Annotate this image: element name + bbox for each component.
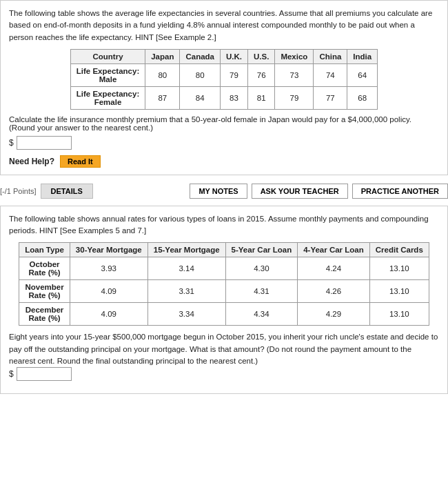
table-cell: 3.14 <box>147 257 225 280</box>
row-label: OctoberRate (%) <box>19 257 70 280</box>
table-cell: 73 <box>275 63 314 86</box>
table-cell: 87 <box>145 86 180 109</box>
col-china: China <box>314 49 347 63</box>
col-header: 30-Year Mortgage <box>70 243 147 257</box>
table-cell: 79 <box>275 86 314 109</box>
table-cell: 80 <box>180 63 221 86</box>
table-cell: 4.26 <box>298 280 370 303</box>
table-cell: 3.34 <box>147 303 225 326</box>
section2-intro: The following table shows annual rates f… <box>9 213 439 237</box>
life-expectancy-table: Country Japan Canada U.K. U.S. Mexico Ch… <box>70 49 378 110</box>
col-header: 4-Year Car Loan <box>298 243 370 257</box>
row-label: Life Expectancy:Male <box>70 63 145 86</box>
section-1: The following table shows the average li… <box>0 0 448 175</box>
table-cell: 64 <box>347 63 378 86</box>
table-cell: 4.09 <box>70 303 147 326</box>
section2-answer-input[interactable] <box>17 367 72 381</box>
table-cell: 4.24 <box>298 257 370 280</box>
table-row: Life Expectancy:Female87848381797768 <box>70 86 377 109</box>
table-row: NovemberRate (%)4.093.314.314.2613.10 <box>19 280 429 303</box>
table-cell: 13.10 <box>369 280 429 303</box>
col-header: Loan Type <box>19 243 70 257</box>
table-cell: 68 <box>347 86 378 109</box>
section1-answer-row: $ <box>9 136 439 150</box>
table-cell: 81 <box>248 86 275 109</box>
table-cell: 77 <box>314 86 347 109</box>
section2-question: Eight years into your 15-year $500,000 m… <box>9 331 439 367</box>
points-label: [-/1 Points] <box>0 187 37 195</box>
table-cell: 4.09 <box>70 280 147 303</box>
ask-teacher-button[interactable]: ASK YOUR TEACHER <box>252 184 348 199</box>
toolbar: [-/1 Points] DETAILS MY NOTES ASK YOUR T… <box>0 179 448 203</box>
col-uk: U.K. <box>221 49 248 63</box>
section1-dollar-sign: $ <box>9 138 14 148</box>
col-country: Country <box>70 49 145 63</box>
table-cell: 13.10 <box>369 257 429 280</box>
table-cell: 13.10 <box>369 303 429 326</box>
col-us: U.S. <box>248 49 275 63</box>
section1-question: Calculate the life insurance monthly pre… <box>9 115 439 132</box>
details-button[interactable]: DETAILS <box>41 184 93 199</box>
table-cell: 76 <box>248 63 275 86</box>
table-cell: 84 <box>180 86 221 109</box>
table-cell: 74 <box>314 63 347 86</box>
col-header: Credit Cards <box>369 243 429 257</box>
col-india: India <box>347 49 378 63</box>
col-header: 15-Year Mortgage <box>147 243 225 257</box>
need-help-label: Need Help? <box>9 157 54 166</box>
my-notes-button[interactable]: MY NOTES <box>190 184 247 199</box>
table-cell: 3.93 <box>70 257 147 280</box>
table-cell: 4.34 <box>225 303 298 326</box>
table-cell: 80 <box>145 63 180 86</box>
table-row: Life Expectancy:Male80807976737464 <box>70 63 377 86</box>
section-2: The following table shows annual rates f… <box>0 206 448 394</box>
table-cell: 83 <box>221 86 248 109</box>
section2-answer-row: $ <box>9 367 439 381</box>
table-cell: 4.29 <box>298 303 370 326</box>
row-label: Life Expectancy:Female <box>70 86 145 109</box>
col-canada: Canada <box>180 49 221 63</box>
table-cell: 79 <box>221 63 248 86</box>
row-label: NovemberRate (%) <box>19 280 70 303</box>
table-row: OctoberRate (%)3.933.144.304.2413.10 <box>19 257 429 280</box>
table-cell: 3.31 <box>147 280 225 303</box>
section2-dollar-sign: $ <box>9 369 14 379</box>
practice-another-button[interactable]: PRACTICE ANOTHER <box>352 184 448 199</box>
col-mexico: Mexico <box>275 49 314 63</box>
section1-answer-input[interactable] <box>17 136 72 150</box>
col-japan: Japan <box>145 49 180 63</box>
need-help-row: Need Help? Read It <box>9 155 439 168</box>
row-label: DecemberRate (%) <box>19 303 70 326</box>
loan-rates-table: Loan Type30-Year Mortgage15-Year Mortgag… <box>19 242 429 326</box>
read-it-button[interactable]: Read It <box>60 155 101 168</box>
table-row: DecemberRate (%)4.093.344.344.2913.10 <box>19 303 429 326</box>
section1-intro: The following table shows the average li… <box>9 8 439 43</box>
table-cell: 4.30 <box>225 257 298 280</box>
col-header: 5-Year Car Loan <box>225 243 298 257</box>
table-cell: 4.31 <box>225 280 298 303</box>
